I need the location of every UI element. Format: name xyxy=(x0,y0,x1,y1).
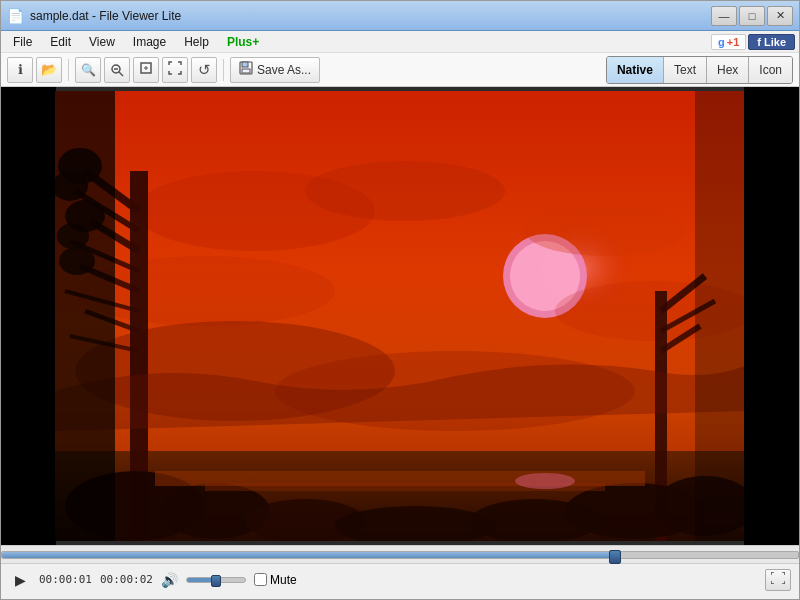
title-text: sample.dat - File Viewer Lite xyxy=(30,9,181,23)
svg-rect-8 xyxy=(242,69,250,73)
play-button[interactable]: ▶ xyxy=(9,569,31,591)
info-button[interactable]: ℹ xyxy=(7,57,33,83)
svg-line-2 xyxy=(119,72,123,76)
play-icon: ▶ xyxy=(15,572,26,588)
close-button[interactable]: ✕ xyxy=(767,6,793,26)
refresh-icon: ↺ xyxy=(198,61,211,79)
svg-rect-50 xyxy=(695,91,745,541)
menu-view[interactable]: View xyxy=(81,33,123,51)
menu-edit[interactable]: Edit xyxy=(42,33,79,51)
fit-icon xyxy=(139,61,153,78)
zoom-out-icon xyxy=(110,63,124,77)
right-letterbox xyxy=(744,87,799,545)
total-time: 00:00:02 xyxy=(100,573,153,586)
zoom-out-button[interactable] xyxy=(104,57,130,83)
svg-point-15 xyxy=(525,206,685,256)
sunset-scene xyxy=(55,91,745,541)
zoom-in-button[interactable]: 🔍 xyxy=(75,57,101,83)
view-mode-icon[interactable]: Icon xyxy=(749,57,792,83)
open-button[interactable]: 📂 xyxy=(36,57,62,83)
save-as-label: Save As... xyxy=(257,63,311,77)
fullscreen-icon xyxy=(168,61,182,78)
info-icon: ℹ xyxy=(18,62,23,77)
menu-help[interactable]: Help xyxy=(176,33,217,51)
facebook-like-button[interactable]: f Like xyxy=(748,34,795,50)
volume-icon[interactable]: 🔊 xyxy=(161,572,178,588)
mute-label: Mute xyxy=(270,573,297,587)
app-icon: 📄 xyxy=(7,8,24,24)
title-left: 📄 sample.dat - File Viewer Lite xyxy=(7,8,181,24)
svg-rect-49 xyxy=(55,91,115,541)
toolbar-separator-1 xyxy=(68,59,69,81)
svg-point-14 xyxy=(305,161,505,221)
toolbar-separator-2 xyxy=(223,59,224,81)
svg-point-48 xyxy=(515,473,575,489)
view-mode-group: Native Text Hex Icon xyxy=(606,56,793,84)
view-mode-hex[interactable]: Hex xyxy=(707,57,749,83)
mute-checkbox[interactable] xyxy=(254,573,267,586)
toolbar: ℹ 📂 🔍 xyxy=(1,53,799,87)
volume-thumb[interactable] xyxy=(211,575,221,587)
fullscreen-icon-btn[interactable] xyxy=(162,57,188,83)
scrubber-fill xyxy=(2,552,615,558)
folder-open-icon: 📂 xyxy=(41,62,57,77)
zoom-in-icon: 🔍 xyxy=(81,63,96,77)
title-bar: 📄 sample.dat - File Viewer Lite — □ ✕ xyxy=(1,1,799,31)
window-controls: — □ ✕ xyxy=(711,6,793,26)
fullscreen-button[interactable] xyxy=(765,569,791,591)
scrubber-bar[interactable] xyxy=(1,545,799,563)
scrubber-track[interactable] xyxy=(1,551,799,559)
save-icon xyxy=(239,61,253,78)
scrubber-thumb[interactable] xyxy=(609,550,621,564)
refresh-button[interactable]: ↺ xyxy=(191,57,217,83)
menu-image[interactable]: Image xyxy=(125,33,174,51)
current-time: 00:00:01 xyxy=(39,573,92,586)
facebook-icon: f xyxy=(757,36,764,48)
volume-slider-container xyxy=(186,577,246,583)
menu-plus[interactable]: Plus+ xyxy=(219,33,267,51)
minimize-button[interactable]: — xyxy=(711,6,737,26)
main-content xyxy=(1,87,799,545)
menu-bar: File Edit View Image Help Plus+ g+1 f Li… xyxy=(1,31,799,53)
mute-checkbox-container[interactable]: Mute xyxy=(254,573,297,587)
fit-button[interactable] xyxy=(133,57,159,83)
view-mode-native[interactable]: Native xyxy=(607,57,664,83)
video-canvas xyxy=(55,91,745,541)
google-plus-button[interactable]: g+1 xyxy=(711,34,746,50)
controls-bar: ▶ 00:00:01 00:00:02 🔊 Mute xyxy=(1,563,799,595)
svg-rect-7 xyxy=(242,62,248,67)
menu-file[interactable]: File xyxy=(5,33,40,51)
volume-slider[interactable] xyxy=(186,577,246,583)
save-as-button[interactable]: Save As... xyxy=(230,57,320,83)
view-mode-text[interactable]: Text xyxy=(664,57,707,83)
fullscreen-expand-icon xyxy=(771,572,785,587)
left-letterbox xyxy=(1,87,56,545)
maximize-button[interactable]: □ xyxy=(739,6,765,26)
